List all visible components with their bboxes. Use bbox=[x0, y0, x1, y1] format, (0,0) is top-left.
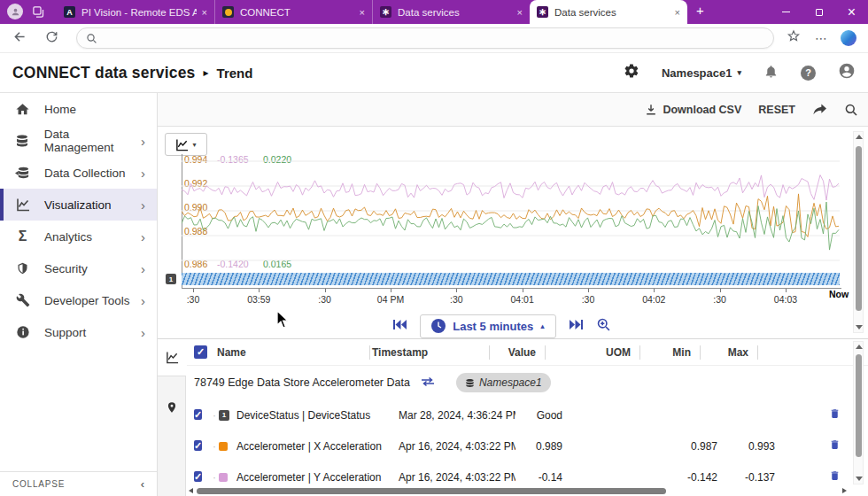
scroll-down-icon[interactable] bbox=[856, 477, 863, 481]
delete-row-button[interactable] bbox=[829, 472, 841, 484]
minimize-icon bbox=[782, 12, 790, 12]
search-button[interactable] bbox=[844, 103, 858, 117]
column-header-min[interactable]: Min bbox=[639, 339, 700, 366]
sidebar-item-label: Visualization bbox=[44, 198, 112, 212]
row-checkbox[interactable]: ✓ bbox=[194, 471, 202, 482]
column-header-uom[interactable]: UOM bbox=[545, 339, 639, 366]
close-window-button[interactable]: × bbox=[835, 0, 868, 24]
download-csv-button[interactable]: Download CSV bbox=[645, 104, 741, 116]
column-header-max[interactable]: Max bbox=[700, 339, 757, 366]
column-header-name[interactable]: Name bbox=[210, 339, 369, 366]
aveva-icon: A bbox=[64, 6, 75, 18]
sidebar-collapse-button[interactable]: COLLAPSE ‹ bbox=[0, 471, 157, 496]
help-button[interactable]: ? bbox=[801, 66, 816, 81]
sidebar-item-support[interactable]: Support› bbox=[0, 316, 157, 348]
swap-button[interactable] bbox=[421, 375, 435, 391]
refresh-icon bbox=[45, 30, 58, 43]
sidebar-item-visualization[interactable]: Visualization› bbox=[0, 189, 157, 221]
map-tab[interactable] bbox=[158, 389, 186, 426]
notifications-button[interactable] bbox=[763, 64, 779, 82]
sidebar-item-data-management[interactable]: Data Management› bbox=[0, 125, 157, 157]
scroll-left-icon[interactable] bbox=[189, 488, 193, 493]
sidebar-item-security[interactable]: Security› bbox=[0, 252, 157, 284]
address-input[interactable] bbox=[105, 31, 764, 45]
app-header: CONNECT data services ▸ Trend Namespace1… bbox=[0, 53, 868, 93]
column-header-value[interactable]: Value bbox=[489, 339, 545, 366]
row-checkbox[interactable]: ✓ bbox=[194, 409, 202, 420]
favorites-button[interactable] bbox=[787, 29, 801, 47]
caret-down-icon: ▾ bbox=[192, 141, 196, 149]
maximize-button[interactable] bbox=[802, 0, 835, 24]
scrollbar-thumb[interactable] bbox=[856, 146, 862, 311]
new-tab-button[interactable]: + bbox=[696, 4, 704, 17]
x-axis-tick-label: :30 bbox=[168, 294, 218, 305]
scroll-right-icon[interactable] bbox=[842, 488, 847, 493]
timestamp: Apr 16, 2024, 4:03:22 PM bbox=[396, 440, 515, 453]
refresh-button[interactable] bbox=[45, 30, 58, 47]
sidebar-item-label: Analytics bbox=[44, 230, 92, 244]
address-bar[interactable] bbox=[76, 27, 774, 49]
column-header-timestamp[interactable]: Timestamp bbox=[369, 339, 489, 366]
timestamp: Apr 16, 2024, 4:03:22 PM bbox=[396, 471, 515, 484]
time-range-label: Last 5 minutes bbox=[453, 320, 533, 333]
browser-menu-button[interactable]: ⋯ bbox=[815, 31, 828, 45]
sidebar-item-analytics[interactable]: ΣAnalytics› bbox=[0, 221, 157, 252]
stream-name: DeviceStatus | DeviceStatus bbox=[236, 409, 396, 422]
browser-tab[interactable]: ∗Data services× bbox=[530, 0, 687, 24]
namespace-badge: Namespace1 bbox=[456, 373, 551, 392]
sidebar-item-developer-tools[interactable]: Developer Tools› bbox=[0, 284, 157, 316]
browser-tab[interactable]: API Vision - Remote EDS Accelero× bbox=[57, 0, 214, 24]
person-icon bbox=[11, 7, 20, 17]
tab-close-icon[interactable]: × bbox=[517, 7, 523, 18]
table-horizontal-scrollbar[interactable] bbox=[189, 487, 847, 495]
tab-close-icon[interactable]: × bbox=[360, 7, 365, 18]
minimize-button[interactable] bbox=[770, 0, 802, 24]
trash-icon bbox=[829, 438, 841, 451]
trend-tab[interactable] bbox=[158, 339, 186, 376]
time-range-selector[interactable]: Last 5 minutes ▴ bbox=[420, 314, 556, 338]
zoom-in-button[interactable] bbox=[596, 317, 611, 336]
reset-button[interactable]: RESET bbox=[758, 104, 795, 116]
select-all-checkbox[interactable]: ✓ bbox=[194, 345, 207, 359]
scroll-down-icon[interactable] bbox=[856, 325, 863, 329]
scroll-up-icon[interactable] bbox=[856, 345, 863, 349]
x-axis-tick-label: 04:03 bbox=[761, 294, 810, 305]
back-button[interactable] bbox=[12, 29, 27, 48]
chevron-right-icon: › bbox=[141, 293, 145, 308]
scrollbar-thumb[interactable] bbox=[197, 488, 666, 494]
tab-group-icon[interactable] bbox=[32, 5, 45, 19]
chart-type-button[interactable]: ▾ bbox=[165, 133, 207, 156]
chevron-right-icon: › bbox=[141, 229, 145, 244]
settings-button[interactable] bbox=[624, 63, 639, 82]
drag-handle[interactable]: · bbox=[210, 409, 219, 422]
browser-profile-avatar[interactable] bbox=[7, 4, 23, 19]
sidebar-item-label: Developer Tools bbox=[44, 294, 130, 307]
drag-handle[interactable]: · bbox=[210, 440, 219, 453]
chevron-down-icon: ▾ bbox=[737, 68, 741, 77]
x-axis-tick-label: :30 bbox=[431, 294, 481, 305]
delete-row-button[interactable] bbox=[829, 441, 841, 453]
account-button[interactable] bbox=[838, 62, 856, 83]
scroll-up-icon[interactable] bbox=[856, 135, 863, 139]
chart-vertical-scrollbar[interactable] bbox=[853, 131, 864, 333]
browser-tab[interactable]: CONNECT× bbox=[214, 0, 372, 24]
tab-close-icon[interactable]: × bbox=[675, 7, 680, 18]
scrollbar-thumb[interactable] bbox=[856, 354, 862, 457]
trend-plot[interactable] bbox=[182, 156, 840, 271]
share-button[interactable] bbox=[812, 103, 827, 116]
namespace-selector[interactable]: Namespace1 ▾ bbox=[662, 66, 741, 80]
sidebar-item-home[interactable]: Home bbox=[0, 93, 157, 125]
close-icon: × bbox=[848, 4, 856, 20]
chevron-right-icon: › bbox=[141, 166, 145, 181]
browser-tab[interactable]: ∗Data services× bbox=[372, 0, 530, 24]
skip-to-end-button[interactable] bbox=[569, 318, 584, 334]
skip-to-start-button[interactable] bbox=[392, 318, 407, 334]
drag-handle[interactable]: · bbox=[210, 471, 219, 484]
tab-close-icon[interactable]: × bbox=[202, 7, 207, 18]
sidebar-item-data-collection[interactable]: Data Collection› bbox=[0, 157, 157, 189]
state-marker-icon: 1 bbox=[219, 410, 229, 421]
table-vertical-scrollbar[interactable] bbox=[853, 341, 864, 484]
delete-row-button[interactable] bbox=[829, 410, 841, 422]
copilot-icon[interactable] bbox=[841, 30, 856, 46]
row-checkbox[interactable]: ✓ bbox=[194, 440, 202, 451]
